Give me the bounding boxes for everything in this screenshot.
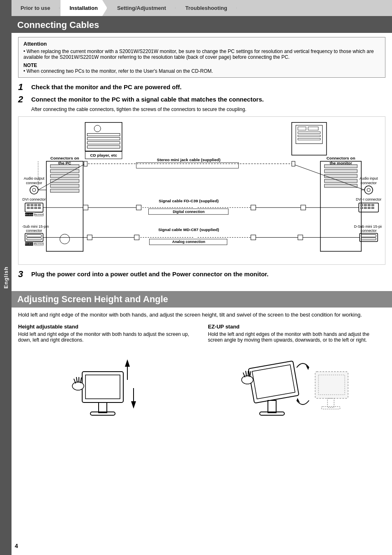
svg-text:the monitor: the monitor (330, 161, 352, 165)
ezup-stand-col: EZ-UP stand Hold the left and right edge… (208, 324, 385, 425)
svg-line-123 (81, 378, 81, 383)
svg-rect-79 (301, 205, 306, 210)
svg-text:Connectors on: Connectors on (326, 156, 355, 160)
page-number: 4 (15, 543, 18, 549)
svg-rect-5 (87, 146, 120, 148)
svg-marker-127 (131, 401, 136, 409)
svg-text:D-Sub mini 15-pin: D-Sub mini 15-pin (22, 224, 49, 229)
svg-rect-129 (252, 365, 295, 399)
svg-rect-117 (99, 402, 107, 413)
height-stand-svg (70, 347, 144, 421)
svg-point-35 (30, 186, 38, 194)
svg-rect-105 (251, 235, 256, 240)
svg-rect-18 (51, 174, 79, 178)
svg-rect-28 (325, 184, 357, 187)
svg-rect-44 (84, 161, 87, 166)
right-col-title: EZ-UP stand (208, 324, 385, 330)
svg-rect-68 (360, 207, 363, 209)
svg-rect-78 (251, 205, 256, 210)
svg-point-39 (364, 186, 373, 194)
svg-text:connector: connector (26, 229, 42, 233)
svg-rect-100 (87, 235, 92, 240)
svg-text:Macintosh: Macintosh (34, 243, 44, 245)
svg-text:DVI-I connector: DVI-I connector (356, 197, 381, 201)
section2-title: Adjusting Screen Height and Angle (12, 291, 392, 308)
svg-rect-17 (51, 169, 79, 173)
svg-rect-55 (31, 207, 33, 209)
svg-rect-52 (35, 204, 37, 206)
content-area: Attention • When replacing the current m… (12, 33, 392, 285)
svg-rect-13 (298, 135, 321, 137)
attention-box: Attention • When replacing the current m… (18, 37, 385, 78)
svg-rect-20 (51, 184, 79, 187)
left-col-title: Height adjustable stand (18, 324, 196, 330)
svg-line-134 (246, 371, 247, 376)
svg-rect-130 (268, 400, 276, 413)
step-1-num: 1 (18, 83, 31, 92)
svg-rect-73 (83, 205, 88, 210)
attention-title: Attention (23, 41, 380, 47)
step-2: 2 Connect the monitor to the PC with a s… (18, 96, 385, 104)
note-title: NOTE (23, 62, 380, 68)
svg-rect-0 (85, 123, 122, 151)
svg-text:connector: connector (361, 181, 377, 185)
svg-text:Analog connection: Analog connection (172, 240, 205, 244)
svg-rect-56 (35, 207, 37, 209)
svg-rect-115 (82, 372, 123, 402)
tab-installation[interactable]: Installation (60, 0, 107, 16)
note-bullet: • When connecting two PCs to the monitor… (23, 68, 380, 74)
svg-text:the PC: the PC (58, 161, 71, 165)
svg-rect-141 (327, 398, 334, 407)
svg-rect-69 (364, 207, 367, 209)
svg-rect-25 (325, 169, 357, 173)
right-col-text: Hold the left and right edges of the mon… (208, 331, 385, 343)
step-3-num: 3 (18, 270, 31, 279)
svg-line-121 (76, 377, 77, 382)
svg-rect-14 (298, 139, 321, 140)
svg-rect-116 (85, 375, 120, 399)
step-3: 3 Plug the power cord into a power outle… (18, 271, 385, 279)
connector-diagram: CD player, etc (22, 120, 382, 260)
svg-text:Signal cable FD-C39 (supplied): Signal cable FD-C39 (supplied) (159, 199, 219, 203)
tab-prior-to-use[interactable]: Prior to use (12, 0, 60, 16)
step-2-sub: After connecting the cable connectors, t… (31, 106, 385, 112)
svg-text:Macintosh: Macintosh (34, 214, 44, 216)
step-2-num: 2 (18, 95, 31, 104)
svg-line-136 (250, 372, 251, 377)
svg-rect-54 (27, 207, 30, 209)
svg-text:Audio output: Audio output (24, 176, 45, 180)
svg-rect-11 (308, 127, 318, 130)
step-1-text: Check that the monitor and the PC are po… (31, 83, 182, 91)
height-adjustable-col: Height adjustable stand Hold left and ri… (18, 324, 196, 425)
svg-rect-12 (298, 132, 321, 134)
svg-rect-10 (298, 127, 306, 130)
svg-rect-57 (38, 207, 41, 209)
svg-rect-4 (87, 142, 120, 144)
svg-text:Stereo mini jack cable (suppli: Stereo mini jack cable (supplied) (157, 157, 221, 162)
svg-text:Connectors on: Connectors on (50, 156, 79, 160)
svg-rect-70 (368, 207, 370, 209)
svg-text:connector: connector (361, 229, 377, 233)
page-title: Connecting Cables (12, 17, 392, 33)
svg-rect-101 (134, 235, 139, 240)
attention-bullet: • When replacing the current monitor wit… (23, 49, 380, 60)
svg-text:connector: connector (26, 181, 42, 185)
svg-point-36 (32, 188, 36, 192)
ezup-stand-illustration (208, 343, 385, 425)
svg-rect-106 (298, 235, 303, 240)
svg-text:Audio input: Audio input (360, 176, 378, 180)
svg-text:D-Sub mini 15-pin: D-Sub mini 15-pin (354, 224, 382, 229)
svg-rect-71 (371, 207, 374, 209)
tab-bar: Prior to use Installation Setting/Adjust… (12, 0, 392, 17)
svg-rect-45 (292, 161, 295, 166)
svg-rect-128 (248, 361, 299, 403)
svg-rect-53 (38, 204, 41, 206)
svg-text:Signal cable MD-C87 (supplied): Signal cable MD-C87 (supplied) (158, 227, 219, 232)
tab-troubleshooting[interactable]: Troubleshooting (176, 0, 237, 16)
sidebar-label: English (3, 266, 9, 289)
svg-point-40 (367, 188, 370, 192)
svg-rect-98 (361, 238, 376, 240)
svg-marker-125 (125, 359, 130, 367)
tab-setting-adjustment[interactable]: Setting/Adjustment (108, 0, 175, 16)
svg-rect-21 (51, 189, 79, 192)
